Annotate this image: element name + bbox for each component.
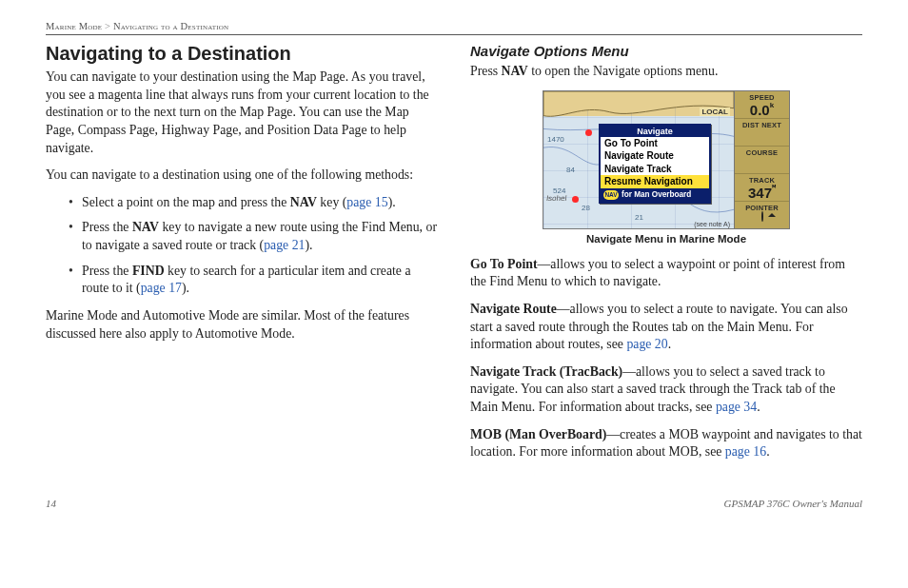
page-link-21[interactable]: page 21 bbox=[264, 238, 305, 252]
header-subsection: Navigating to a Destination bbox=[113, 21, 228, 31]
page-number: 14 bbox=[46, 498, 56, 509]
local-badge: LOCAL bbox=[700, 108, 730, 116]
intro-paragraph-1: You can navigate to your destination usi… bbox=[46, 69, 438, 157]
page-link-16[interactable]: page 16 bbox=[725, 444, 766, 459]
subheading: Navigate Options Menu bbox=[470, 43, 862, 59]
pointer-icon bbox=[761, 211, 763, 222]
intro-paragraph-2: You can navigate to a destination using … bbox=[46, 167, 438, 185]
def-mob: MOB (Man OverBoard)—creates a MOB waypoi… bbox=[470, 426, 862, 461]
page: Marine Mode > Navigating to a Destinatio… bbox=[0, 0, 908, 526]
page-link-34[interactable]: page 34 bbox=[716, 400, 757, 414]
right-column: Navigate Options Menu Press NAV to open … bbox=[470, 43, 862, 471]
popup-item-mob[interactable]: NAV for Man Overboard bbox=[601, 188, 709, 202]
nav-pill-icon: NAV bbox=[603, 190, 619, 200]
def-navigate-track: Navigate Track (TracBack)—allows you to … bbox=[470, 363, 862, 417]
find-key: FIND bbox=[132, 264, 165, 278]
intro-right: Press NAV to open the Navigate options m… bbox=[470, 63, 862, 81]
list-item: Press the NAV key to navigate a new rout… bbox=[69, 219, 438, 254]
field-course: COURSE bbox=[735, 147, 789, 174]
page-link-20[interactable]: page 20 bbox=[626, 337, 667, 351]
map-marker-icon bbox=[585, 129, 592, 136]
map-note: (see note A) bbox=[694, 221, 730, 227]
list-item: Press the FIND key to search for a parti… bbox=[69, 263, 438, 298]
running-header: Marine Mode > Navigating to a Destinatio… bbox=[46, 21, 862, 35]
left-column: Navigating to a Destination You can navi… bbox=[46, 43, 438, 471]
depth-reading: 28 bbox=[582, 204, 590, 212]
page-link-17[interactable]: page 17 bbox=[141, 281, 182, 295]
header-section: Marine Mode bbox=[46, 21, 102, 31]
section-title: Navigating to a Destination bbox=[46, 43, 438, 65]
figure-caption: Navigate Menu in Marine Mode bbox=[586, 233, 746, 245]
methods-list: Select a point on the map and press the … bbox=[46, 194, 438, 298]
map-marker-icon bbox=[572, 196, 579, 203]
gps-map-area: 1470 84 524 28 21 LOCAL (see note A) Iso… bbox=[543, 91, 734, 228]
popup-item-navigate-track[interactable]: Navigate Track bbox=[601, 163, 709, 176]
nav-key: NAV bbox=[290, 195, 317, 209]
page-footer: 14 GPSMAP 376C Owner's Manual bbox=[46, 498, 862, 509]
map-label: Isohel bbox=[545, 194, 567, 203]
popup-header: Navigate bbox=[601, 126, 709, 137]
popup-item-resume-navigation[interactable]: Resume Navigation bbox=[601, 175, 709, 188]
field-track: TRACK 347ᴹ bbox=[735, 174, 789, 202]
nav-key: NAV bbox=[132, 220, 159, 234]
nav-key: NAV bbox=[502, 64, 528, 78]
gps-screenshot: 1470 84 524 28 21 LOCAL (see note A) Iso… bbox=[543, 90, 790, 229]
popup-item-label: for Man Overboard bbox=[622, 190, 691, 199]
header-sep: > bbox=[105, 21, 110, 31]
field-dist-next: DIST NEXT bbox=[735, 119, 789, 147]
def-go-to-point: Go To Point—allows you to select a waypo… bbox=[470, 256, 862, 291]
page-link-15[interactable]: page 15 bbox=[346, 195, 387, 209]
popup-item-navigate-route[interactable]: Navigate Route bbox=[601, 149, 709, 163]
mode-note: Marine Mode and Automotive Mode are simi… bbox=[46, 307, 438, 343]
popup-item-go-to-point[interactable]: Go To Point bbox=[601, 137, 709, 150]
navigate-popup: Navigate Go To Point Navigate Route Navi… bbox=[599, 124, 711, 204]
gps-sidebar: SPEED 0.0k DIST NEXT COURSE TRACK 347ᴹ bbox=[734, 91, 789, 228]
depth-reading: 84 bbox=[566, 166, 575, 174]
field-pointer: POINTER bbox=[735, 202, 789, 228]
manual-title: GPSMAP 376C Owner's Manual bbox=[724, 498, 862, 509]
def-navigate-route: Navigate Route—allows you to select a ro… bbox=[470, 301, 862, 354]
figure: 1470 84 524 28 21 LOCAL (see note A) Iso… bbox=[470, 90, 862, 245]
list-item: Select a point on the map and press the … bbox=[69, 194, 438, 212]
field-speed: SPEED 0.0k bbox=[735, 91, 789, 119]
depth-reading: 21 bbox=[635, 213, 643, 222]
content-columns: Navigating to a Destination You can navi… bbox=[46, 43, 862, 471]
depth-reading: 1470 bbox=[547, 135, 564, 144]
